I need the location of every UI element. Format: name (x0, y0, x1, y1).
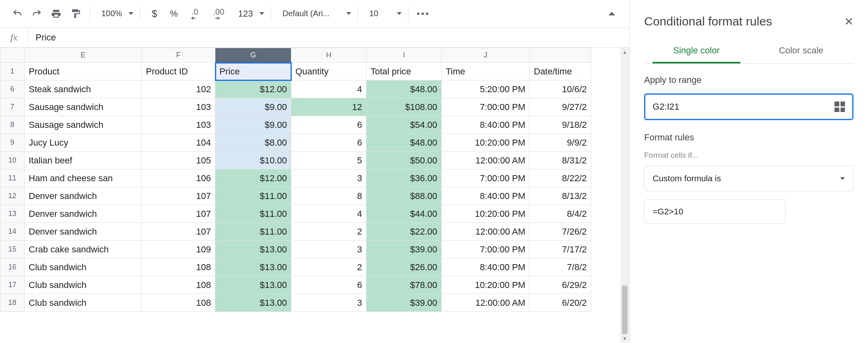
cell[interactable]: 9/18/2 (530, 116, 591, 134)
cell[interactable]: 4 (291, 80, 367, 98)
collapse-toolbar-button[interactable] (603, 4, 621, 23)
cell[interactable]: $39.00 (367, 294, 442, 312)
close-panel-button[interactable]: ✕ (844, 15, 853, 28)
row-header-13[interactable]: 13 (0, 205, 25, 223)
undo-button[interactable] (8, 4, 27, 23)
cell[interactable]: 3 (291, 169, 367, 187)
cell[interactable]: 9/9/2 (530, 134, 591, 152)
cell[interactable]: 12:00:00 AM (442, 294, 530, 312)
cell[interactable]: 8/13/2 (530, 187, 591, 205)
cell[interactable]: $13.00 (215, 241, 291, 258)
row-header-12[interactable]: 12 (0, 187, 25, 205)
more-tools-button[interactable] (413, 4, 432, 23)
redo-button[interactable] (27, 4, 46, 23)
cell[interactable]: 10/6/2 (530, 80, 591, 98)
cell[interactable]: 5:20:00 PM (442, 80, 530, 98)
cell[interactable]: 3 (291, 294, 367, 312)
cell[interactable]: 8:40:00 PM (442, 116, 530, 134)
row-header-10[interactable]: 10 (0, 152, 25, 169)
cell[interactable]: Club sandwich (25, 294, 142, 312)
print-button[interactable] (47, 4, 65, 23)
cell[interactable]: Sausage sandwich (25, 116, 142, 134)
vertical-scrollbar[interactable]: ▲ ▼ (620, 48, 629, 343)
row-header-16[interactable]: 16 (0, 258, 25, 276)
range-input[interactable]: G2:I21 (644, 93, 853, 120)
cell[interactable]: 7:00:00 PM (442, 241, 530, 258)
cell[interactable]: 10:20:00 PM (442, 276, 530, 294)
header-cell[interactable]: Time (442, 63, 530, 80)
cell[interactable]: Denver sandwich (25, 205, 142, 223)
row-header-1[interactable]: 1 (0, 63, 25, 80)
cell[interactable]: 7:00:00 PM (442, 169, 530, 187)
cell[interactable]: 12:00:00 AM (442, 152, 530, 169)
cell[interactable]: $11.00 (215, 223, 291, 241)
font-size-dropdown[interactable]: 10 (363, 9, 403, 18)
row-header-14[interactable]: 14 (0, 223, 25, 241)
row-header-9[interactable]: 9 (0, 134, 25, 152)
column-header-G[interactable]: G (215, 48, 291, 63)
cell[interactable]: 7/26/2 (530, 223, 591, 241)
cell[interactable]: 106 (142, 169, 215, 187)
cell[interactable]: 104 (142, 134, 215, 152)
condition-dropdown[interactable]: Custom formula is (644, 165, 853, 191)
cell[interactable]: 6/29/2 (530, 276, 591, 294)
cell[interactable]: $12.00 (215, 169, 291, 187)
currency-button[interactable]: $ (145, 4, 164, 23)
row-header-17[interactable]: 17 (0, 276, 25, 294)
cell[interactable]: $13.00 (215, 276, 291, 294)
formula-input-box[interactable]: =G2>10 (644, 199, 786, 224)
cell[interactable]: $88.00 (367, 187, 442, 205)
cell[interactable]: $12.00 (215, 80, 291, 98)
cell[interactable]: Denver sandwich (25, 223, 142, 241)
cell[interactable]: $22.00 (367, 223, 442, 241)
percent-button[interactable]: % (164, 4, 183, 23)
row-header-6[interactable]: 6 (0, 80, 25, 98)
cell[interactable]: $78.00 (367, 276, 442, 294)
cell[interactable]: 109 (142, 241, 215, 258)
cell[interactable]: $10.00 (215, 152, 291, 169)
cell[interactable]: Jucy Lucy (25, 134, 142, 152)
cell[interactable]: 7:00:00 PM (442, 98, 530, 116)
scrollbar-thumb[interactable] (622, 286, 628, 334)
cell[interactable]: $36.00 (367, 169, 442, 187)
cell[interactable]: Italian beef (25, 152, 142, 169)
cell[interactable]: 6/20/2 (530, 294, 591, 312)
cell[interactable]: Steak sandwich (25, 80, 142, 98)
spreadsheet-grid[interactable]: EFGHIJ1ProductProduct IDPriceQuantityTot… (0, 48, 629, 343)
column-header-I[interactable]: I (367, 48, 442, 63)
cell[interactable]: $9.00 (215, 116, 291, 134)
increase-decimal-button[interactable]: .00 (206, 4, 231, 23)
cell[interactable]: $13.00 (215, 294, 291, 312)
cell[interactable]: 6 (291, 116, 367, 134)
cell[interactable]: 105 (142, 152, 215, 169)
column-header-blank[interactable] (530, 48, 591, 63)
cell[interactable]: 8:40:00 PM (442, 258, 530, 276)
cell[interactable]: $9.00 (215, 98, 291, 116)
cell[interactable]: 108 (142, 294, 215, 312)
header-cell[interactable]: Date/time (530, 63, 591, 80)
cell[interactable]: $11.00 (215, 187, 291, 205)
row-header-18[interactable]: 18 (0, 294, 25, 312)
cell[interactable]: $13.00 (215, 258, 291, 276)
row-header-15[interactable]: 15 (0, 241, 25, 258)
cell[interactable]: 4 (291, 205, 367, 223)
cell[interactable]: 9/27/2 (530, 98, 591, 116)
tab-color-scale[interactable]: Color scale (749, 40, 853, 63)
row-header-8[interactable]: 8 (0, 116, 25, 134)
cell[interactable]: $26.00 (367, 258, 442, 276)
font-dropdown[interactable]: Default (Ari... (276, 9, 353, 18)
cell[interactable]: $44.00 (367, 205, 442, 223)
cell[interactable]: 8 (291, 187, 367, 205)
cell[interactable]: 7/17/2 (530, 241, 591, 258)
zoom-dropdown[interactable]: 100% (95, 9, 135, 18)
cell[interactable]: 8:40:00 PM (442, 187, 530, 205)
row-header-7[interactable]: 7 (0, 98, 25, 116)
column-header-J[interactable]: J (442, 48, 530, 63)
cell[interactable]: 102 (142, 80, 215, 98)
cell[interactable]: 12:00:00 AM (442, 223, 530, 241)
cell[interactable]: 10:20:00 PM (442, 134, 530, 152)
select-all-corner[interactable] (0, 48, 25, 63)
cell[interactable]: Club sandwich (25, 258, 142, 276)
cell[interactable]: Sausage sandwich (25, 98, 142, 116)
select-range-icon[interactable] (834, 102, 845, 112)
